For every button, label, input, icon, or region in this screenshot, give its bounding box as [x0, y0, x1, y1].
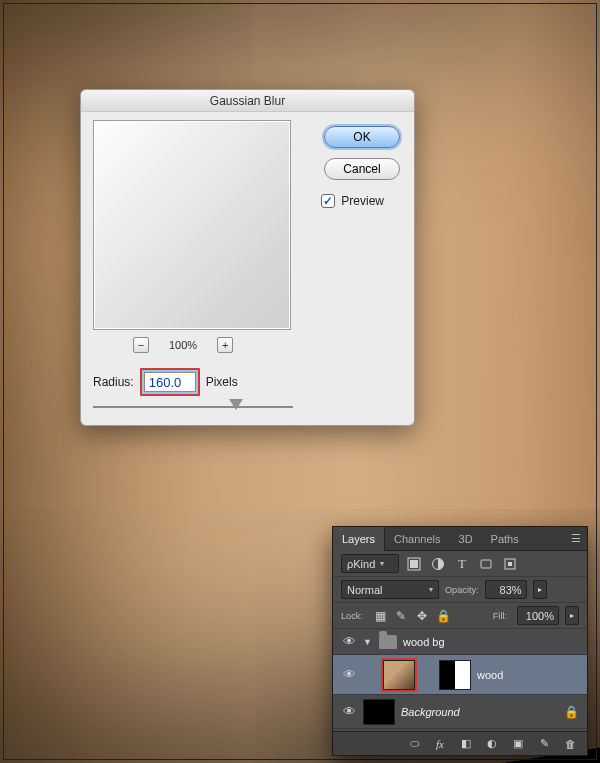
svg-rect-1 — [410, 560, 418, 568]
lock-icon: 🔒 — [564, 705, 579, 719]
layer-name[interactable]: Background — [401, 706, 460, 718]
new-layer-icon[interactable]: ✎ — [535, 735, 553, 753]
layer-thumbnail[interactable] — [363, 699, 395, 725]
tab-layers[interactable]: Layers — [333, 527, 385, 551]
lock-label: Lock: — [341, 611, 363, 621]
zoom-level: 100% — [169, 339, 197, 351]
layer-mask-thumbnail[interactable] — [439, 660, 471, 690]
cancel-button[interactable]: Cancel — [324, 158, 400, 180]
layer-name[interactable]: wood — [477, 669, 503, 681]
layer-row-selected[interactable]: 👁 wood — [333, 655, 587, 695]
layer-filter-row: ρ Kind ▾ T — [333, 551, 587, 577]
new-adjustment-icon[interactable]: ◐ — [483, 735, 501, 753]
layer-thumbnail[interactable] — [383, 660, 415, 690]
opacity-input[interactable]: 83% — [485, 580, 527, 599]
layer-fx-icon[interactable]: fx — [431, 735, 449, 753]
radius-label: Radius: — [93, 375, 134, 389]
tab-channels[interactable]: Channels — [385, 527, 449, 551]
link-layers-icon[interactable]: ⬭ — [405, 735, 423, 753]
filter-type-icon[interactable]: T — [453, 555, 471, 573]
lock-paint-icon[interactable]: ✎ — [394, 608, 409, 623]
svg-rect-3 — [481, 560, 491, 568]
preview-checkbox-label: Preview — [341, 194, 384, 208]
tab-3d[interactable]: 3D — [450, 527, 482, 551]
slider-thumb[interactable] — [229, 399, 243, 410]
dialog-title: Gaussian Blur — [81, 90, 414, 112]
panel-menu-icon[interactable]: ☰ — [565, 532, 587, 545]
radius-highlight — [140, 368, 200, 396]
blend-opacity-row: Normal ▾ Opacity: 83% ▸ — [333, 577, 587, 603]
fill-input[interactable]: 100% — [517, 606, 559, 625]
panel-footer: ⬭ fx ◧ ◐ ▣ ✎ 🗑 — [333, 731, 587, 755]
chevron-down-icon: ▾ — [380, 559, 384, 568]
visibility-toggle[interactable]: 👁 — [341, 667, 357, 682]
visibility-toggle[interactable]: 👁 — [341, 634, 357, 649]
lock-transparency-icon[interactable]: ▦ — [373, 608, 388, 623]
radius-input[interactable] — [144, 372, 196, 392]
minus-icon: − — [138, 339, 144, 351]
gaussian-blur-dialog: Gaussian Blur − 100% + OK Cancel ✓ Previ… — [80, 89, 415, 426]
filter-smart-icon[interactable] — [501, 555, 519, 573]
layers-list: 👁 ▼ wood bg 👁 wood 👁 Background 🔒 — [333, 629, 587, 729]
tab-paths[interactable]: Paths — [482, 527, 528, 551]
radius-slider[interactable] — [93, 398, 293, 416]
filter-kind-label: Kind — [353, 558, 375, 570]
fill-label: Fill: — [493, 611, 507, 621]
lock-all-icon[interactable]: 🔒 — [436, 608, 451, 623]
lock-fill-row: Lock: ▦ ✎ ✥ 🔒 Fill: 100% ▸ — [333, 603, 587, 629]
blend-mode-label: Normal — [347, 584, 382, 596]
opacity-stepper[interactable]: ▸ — [533, 580, 547, 599]
radius-unit: Pixels — [206, 375, 238, 389]
zoom-in-button[interactable]: + — [217, 337, 233, 353]
filter-pixel-icon[interactable] — [405, 555, 423, 573]
filter-shape-icon[interactable] — [477, 555, 495, 573]
fill-stepper[interactable]: ▸ — [565, 606, 579, 625]
visibility-toggle[interactable]: 👁 — [341, 704, 357, 719]
disclosure-triangle-icon[interactable]: ▼ — [363, 637, 373, 647]
group-name[interactable]: wood bg — [403, 636, 445, 648]
slider-track — [93, 406, 293, 408]
svg-rect-5 — [508, 562, 512, 566]
blend-mode-select[interactable]: Normal ▾ — [341, 580, 439, 599]
ok-button[interactable]: OK — [324, 126, 400, 148]
layers-panel: Layers Channels 3D Paths ☰ ρ Kind ▾ T No… — [332, 526, 588, 756]
filter-kind-select[interactable]: ρ Kind ▾ — [341, 554, 399, 573]
add-mask-icon[interactable]: ◧ — [457, 735, 475, 753]
checkmark-icon: ✓ — [321, 194, 335, 208]
blur-preview[interactable] — [93, 120, 291, 330]
new-group-icon[interactable]: ▣ — [509, 735, 527, 753]
layer-group-row[interactable]: 👁 ▼ wood bg — [333, 629, 587, 655]
folder-icon — [379, 635, 397, 649]
panel-tabs: Layers Channels 3D Paths ☰ — [333, 527, 587, 551]
filter-adjust-icon[interactable] — [429, 555, 447, 573]
opacity-label: Opacity: — [445, 585, 479, 595]
chevron-down-icon: ▾ — [429, 585, 433, 594]
layer-row-background[interactable]: 👁 Background 🔒 — [333, 695, 587, 729]
lock-position-icon[interactable]: ✥ — [415, 608, 430, 623]
plus-icon: + — [222, 339, 228, 351]
zoom-out-button[interactable]: − — [133, 337, 149, 353]
delete-layer-icon[interactable]: 🗑 — [561, 735, 579, 753]
preview-checkbox[interactable]: ✓ Preview — [321, 194, 384, 208]
